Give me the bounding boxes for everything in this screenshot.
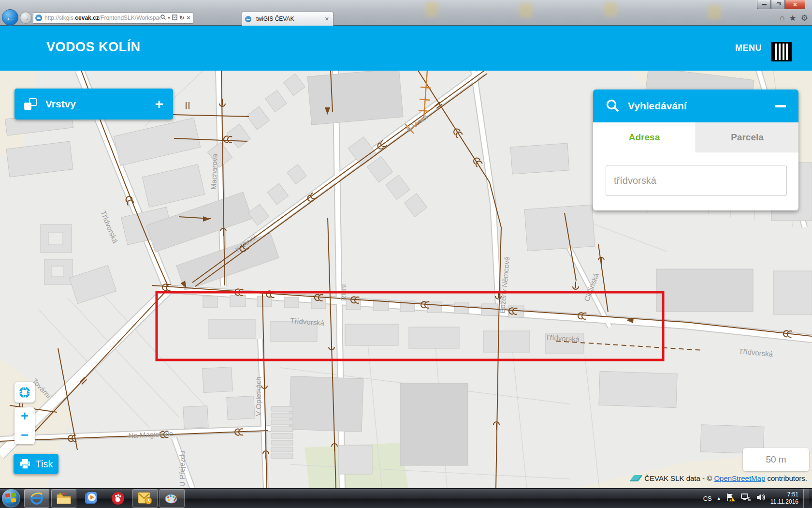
refresh-icon[interactable]: ↻ xyxy=(179,15,184,21)
search-panel-title: Vyhledávání xyxy=(628,100,775,112)
search-magnifier-icon xyxy=(606,99,620,113)
locate-button[interactable] xyxy=(14,382,35,403)
scale-indicator: 50 m xyxy=(743,448,809,471)
tab-close-icon[interactable]: ✕ xyxy=(324,16,330,22)
expand-plus-icon[interactable]: + xyxy=(155,97,163,111)
favorites-star-icon[interactable]: ★ xyxy=(789,13,797,23)
url-bar[interactable]: http://slkgis.cevak.cz/FrontendSLK/Works… xyxy=(33,12,193,24)
language-indicator[interactable]: CS xyxy=(703,495,712,502)
layers-panel-title: Vrstvy xyxy=(45,98,155,110)
browser-tab[interactable]: twiGIS ČEVAK ✕ xyxy=(242,12,334,26)
taskbar-ie-button[interactable] xyxy=(24,489,49,508)
openstreetmap-link[interactable]: OpenStreetMap xyxy=(714,474,765,482)
search-icon[interactable] xyxy=(160,15,166,21)
taskbar: CS ▲ ! 7:51 11.11.2016 xyxy=(0,488,812,508)
print-button[interactable]: Tisk xyxy=(14,454,58,474)
attribution-text: ČEVAK SLK data - © OpenStreetMap contrib… xyxy=(644,474,807,482)
address-search-input[interactable] xyxy=(606,165,787,196)
volume-icon[interactable] xyxy=(756,493,766,504)
svg-text:!: ! xyxy=(731,498,732,501)
clock-date: 11.11.2016 xyxy=(770,498,798,506)
forward-icon: → xyxy=(23,14,29,22)
desktop-screen: ← → http://slkgis.cevak.cz/FrontendSLK/W… xyxy=(0,0,812,508)
zoom-out-button[interactable]: − xyxy=(14,426,35,445)
layers-icon xyxy=(24,98,37,110)
window-controls: ✕ xyxy=(757,0,805,9)
taskbar-outlook-button[interactable] xyxy=(132,489,158,508)
show-desktop-button[interactable] xyxy=(803,489,809,508)
menu-bars-icon[interactable] xyxy=(771,42,792,61)
menu-button[interactable]: MENU xyxy=(735,43,762,53)
zoom-in-button[interactable]: + xyxy=(14,407,35,426)
close-button[interactable]: ✕ xyxy=(785,0,805,9)
minimize-button[interactable] xyxy=(757,0,771,9)
outlook-icon xyxy=(137,492,153,505)
internet-explorer-icon xyxy=(29,491,44,506)
folder-icon xyxy=(56,492,72,505)
taskbar-mediaplayer-button[interactable] xyxy=(78,489,103,508)
layers-panel-button[interactable]: Vrstvy + xyxy=(14,89,173,120)
forward-button[interactable]: → xyxy=(20,12,32,24)
glass-reflection xyxy=(425,2,438,16)
red-app-icon xyxy=(111,491,125,506)
taskbar-explorer-button[interactable] xyxy=(51,489,76,508)
action-center-flag-icon[interactable]: ! xyxy=(726,493,736,504)
tab-parcela[interactable]: Parcela xyxy=(696,122,798,152)
app-title: VODOS KOLÍN xyxy=(46,40,141,55)
site-favicon xyxy=(35,15,42,21)
back-icon: ← xyxy=(5,12,15,23)
search-panel-header[interactable]: Vyhledávání xyxy=(593,90,798,122)
tray-expand-icon[interactable]: ▲ xyxy=(717,496,721,501)
glass-reflection xyxy=(708,5,721,19)
print-label: Tisk xyxy=(36,459,53,470)
clock-time: 7:51 xyxy=(770,491,798,498)
browser-chrome: ← → http://slkgis.cevak.cz/FrontendSLK/W… xyxy=(0,0,812,26)
zoom-control: + − xyxy=(14,407,35,444)
collapse-minus-icon[interactable] xyxy=(775,105,786,107)
glass-reflection xyxy=(604,2,617,16)
stop-icon[interactable]: ✕ xyxy=(186,15,191,21)
printer-icon xyxy=(19,459,31,469)
street-label: U Přejezdu xyxy=(178,451,186,487)
tab-adresa[interactable]: Adresa xyxy=(593,122,696,152)
search-dropdown-icon[interactable]: ▾ xyxy=(168,15,170,20)
back-button[interactable]: ← xyxy=(2,9,18,26)
taskbar-paint-button[interactable] xyxy=(160,489,185,508)
street-label: Macharova xyxy=(209,153,219,190)
street-label: V Opletkách xyxy=(254,376,262,416)
tab-title: twiGIS ČEVAK xyxy=(256,15,324,22)
paint-icon xyxy=(164,492,180,505)
scale-label: 50 m xyxy=(766,454,786,465)
glass-reflection xyxy=(520,3,532,17)
search-tabs: Adresa Parcela xyxy=(593,122,798,152)
map-attribution: ČEVAK SLK data - © OpenStreetMap contrib… xyxy=(632,474,807,482)
tools-gear-icon[interactable]: ⚙ xyxy=(801,13,808,23)
network-icon[interactable] xyxy=(740,493,751,504)
locate-crosshair-icon xyxy=(18,386,31,399)
system-tray: CS ▲ ! 7:51 11.11.2016 xyxy=(703,489,812,508)
taskbar-clock[interactable]: 7:51 11.11.2016 xyxy=(770,491,798,506)
app-header: VODOS KOLÍN MENU xyxy=(0,26,812,71)
restore-button[interactable] xyxy=(771,0,785,9)
compatibility-view-icon[interactable] xyxy=(172,15,177,22)
taskbar-red-app-button[interactable] xyxy=(105,489,130,508)
cevak-logo xyxy=(630,475,643,481)
tab-favicon xyxy=(245,16,251,22)
home-icon[interactable]: ⌂ xyxy=(780,13,784,23)
media-player-icon xyxy=(84,491,98,506)
search-panel: Vyhledávání Adresa Parcela xyxy=(593,90,798,210)
url-text[interactable]: http://slkgis.cevak.cz/FrontendSLK/Works… xyxy=(44,15,160,21)
start-button[interactable] xyxy=(2,489,20,508)
